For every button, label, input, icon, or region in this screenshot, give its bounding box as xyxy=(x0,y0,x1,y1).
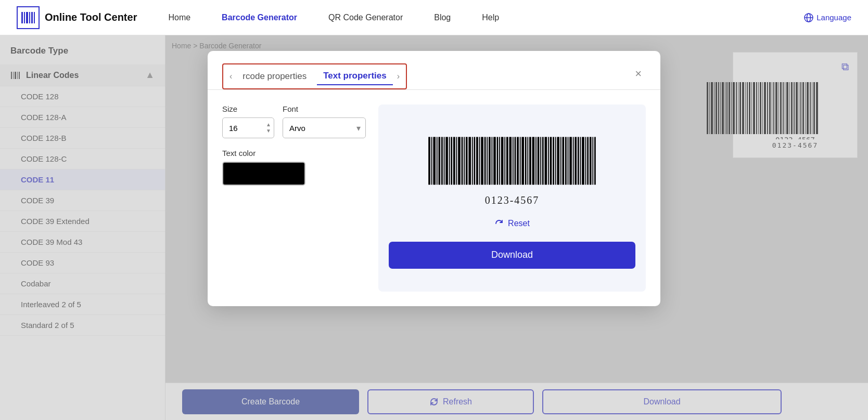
svg-rect-74 xyxy=(451,137,452,185)
modal-dialog: ‹ rcode properties Text properties › × S… xyxy=(208,51,660,306)
svg-rect-124 xyxy=(578,137,579,185)
svg-rect-83 xyxy=(474,137,475,185)
svg-rect-122 xyxy=(573,137,574,185)
svg-rect-81 xyxy=(468,137,471,185)
reset-label: Reset xyxy=(508,219,530,228)
size-down-arrow[interactable]: ▼ xyxy=(266,128,271,134)
svg-rect-120 xyxy=(568,137,569,185)
svg-rect-111 xyxy=(544,137,547,185)
svg-rect-65 xyxy=(428,137,430,185)
svg-rect-107 xyxy=(535,137,537,185)
svg-rect-70 xyxy=(441,137,443,185)
svg-rect-102 xyxy=(521,137,524,185)
font-field-group: Font Arvo Arial Courier Times New Roman xyxy=(283,104,366,138)
svg-rect-109 xyxy=(540,137,541,185)
svg-rect-117 xyxy=(560,137,561,185)
size-arrows: ▲ ▼ xyxy=(266,122,271,134)
svg-rect-69 xyxy=(438,137,440,185)
modal-overlay: ‹ rcode properties Text properties › × S… xyxy=(0,35,868,420)
svg-rect-80 xyxy=(466,137,468,185)
svg-rect-95 xyxy=(504,137,505,185)
svg-rect-87 xyxy=(484,137,486,185)
svg-rect-106 xyxy=(532,137,535,185)
tab-arrow-left: ‹ xyxy=(229,72,232,81)
tab-text-properties[interactable]: Text properties xyxy=(317,68,393,85)
svg-rect-108 xyxy=(538,137,540,185)
size-input-wrap: ▲ ▼ xyxy=(222,117,274,138)
color-field-group: Text color xyxy=(222,149,366,186)
svg-rect-86 xyxy=(481,137,483,185)
svg-rect-99 xyxy=(515,137,516,185)
svg-rect-78 xyxy=(462,137,463,185)
svg-rect-85 xyxy=(479,137,480,185)
svg-rect-68 xyxy=(437,137,438,185)
color-swatch[interactable] xyxy=(222,162,305,186)
svg-rect-3 xyxy=(29,12,30,23)
svg-rect-121 xyxy=(569,137,572,185)
nav-qr-code-generator[interactable]: QR Code Generator xyxy=(328,13,403,22)
svg-rect-127 xyxy=(585,137,586,185)
size-label: Size xyxy=(222,104,274,113)
modal-right-panel: 0123-4567 Reset Download xyxy=(378,104,646,292)
svg-rect-93 xyxy=(499,137,500,185)
logo-icon xyxy=(17,6,40,29)
size-up-arrow[interactable]: ▲ xyxy=(266,122,271,127)
svg-rect-73 xyxy=(449,137,450,185)
svg-rect-128 xyxy=(587,137,589,185)
svg-rect-89 xyxy=(489,137,491,185)
svg-rect-114 xyxy=(553,137,554,185)
svg-rect-98 xyxy=(513,137,514,185)
tab-arrow-right: › xyxy=(397,72,400,81)
nav-blog[interactable]: Blog xyxy=(434,13,451,22)
nav-help[interactable]: Help xyxy=(482,13,499,22)
svg-rect-123 xyxy=(575,137,577,185)
barcode-number: 0123-4567 xyxy=(485,194,540,206)
svg-rect-115 xyxy=(555,137,556,185)
nav-barcode-generator[interactable]: Barcode Generator xyxy=(222,13,297,22)
logo-area: Online Tool Center xyxy=(17,6,137,29)
svg-rect-71 xyxy=(444,137,445,185)
size-font-row: Size ▲ ▼ Font Arvo xyxy=(222,104,366,138)
font-label: Font xyxy=(283,104,366,113)
svg-rect-92 xyxy=(497,137,499,185)
svg-rect-5 xyxy=(34,12,35,23)
svg-rect-90 xyxy=(491,137,492,185)
svg-rect-75 xyxy=(453,137,455,185)
svg-rect-112 xyxy=(548,137,549,185)
svg-rect-88 xyxy=(487,137,488,185)
svg-rect-66 xyxy=(431,137,432,185)
svg-rect-101 xyxy=(520,137,521,185)
font-select[interactable]: Arvo Arial Courier Times New Roman xyxy=(283,117,366,138)
nav-home[interactable]: Home xyxy=(168,13,190,22)
svg-rect-105 xyxy=(529,137,531,185)
svg-rect-76 xyxy=(456,137,457,185)
svg-rect-4 xyxy=(31,12,33,23)
language-button[interactable]: Language xyxy=(804,13,851,22)
svg-rect-0 xyxy=(21,12,23,23)
svg-rect-2 xyxy=(26,12,28,23)
reset-button[interactable]: Reset xyxy=(494,219,530,228)
svg-rect-91 xyxy=(493,137,496,185)
modal-download-button[interactable]: Download xyxy=(389,242,635,269)
svg-rect-116 xyxy=(557,137,559,185)
header: Online Tool Center Home Barcode Generato… xyxy=(0,0,868,35)
language-label: Language xyxy=(816,13,851,22)
svg-rect-67 xyxy=(433,137,436,185)
svg-rect-131 xyxy=(594,137,596,185)
svg-rect-100 xyxy=(517,137,519,185)
svg-rect-79 xyxy=(464,137,465,185)
svg-rect-118 xyxy=(562,137,564,185)
svg-rect-110 xyxy=(542,137,544,185)
modal-barcode-svg xyxy=(424,132,601,194)
close-button[interactable]: × xyxy=(631,65,646,83)
svg-rect-94 xyxy=(501,137,504,185)
modal-tabs: ‹ rcode properties Text properties › xyxy=(222,63,407,89)
svg-rect-97 xyxy=(509,137,512,185)
main-nav: Home Barcode Generator QR Code Generator… xyxy=(168,13,804,22)
svg-rect-84 xyxy=(476,137,478,185)
modal-left-panel: Size ▲ ▼ Font Arvo xyxy=(222,104,366,292)
svg-rect-129 xyxy=(590,137,592,185)
svg-rect-72 xyxy=(445,137,448,185)
tab-barcode-properties[interactable]: rcode properties xyxy=(236,68,313,85)
font-select-wrap: Arvo Arial Courier Times New Roman xyxy=(283,117,366,138)
